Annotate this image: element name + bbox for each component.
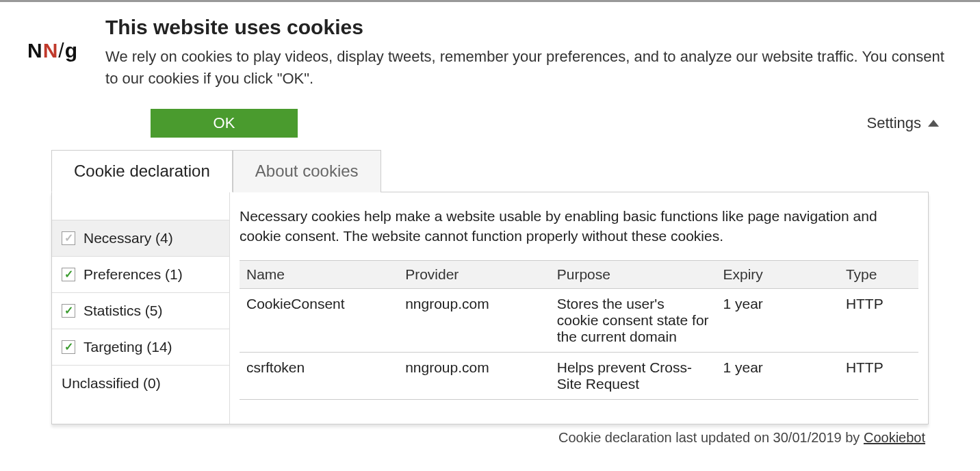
tabs: Cookie declaration About cookies bbox=[51, 150, 953, 192]
table-row: csrftoken nngroup.com Helps prevent Cros… bbox=[240, 352, 918, 399]
logo-slash: / bbox=[58, 39, 64, 62]
checkbox-icon[interactable]: ✓ bbox=[62, 340, 75, 354]
category-label: Targeting (14) bbox=[83, 339, 172, 355]
category-label: Preferences (1) bbox=[83, 266, 183, 283]
table-row: CookieConsent nngroup.com Stores the use… bbox=[240, 288, 918, 352]
category-unclassified[interactable]: Unclassified (0) bbox=[52, 366, 229, 401]
th-expiry: Expiry bbox=[716, 260, 838, 288]
header-text: This website uses cookies We rely on coo… bbox=[105, 16, 953, 90]
cell-expiry: 1 year bbox=[716, 352, 838, 399]
th-name: Name bbox=[240, 260, 398, 288]
logo-n1: N bbox=[27, 39, 43, 62]
tab-about-cookies[interactable]: About cookies bbox=[233, 150, 381, 192]
cell-purpose: Helps prevent Cross-Site Request bbox=[550, 352, 717, 399]
cell-provider: nngroup.com bbox=[398, 288, 550, 352]
banner-title: This website uses cookies bbox=[105, 16, 953, 39]
action-row: OK Settings bbox=[151, 109, 953, 138]
checkbox-icon[interactable]: ✓ bbox=[62, 304, 75, 318]
cell-expiry: 1 year bbox=[716, 288, 838, 352]
th-provider: Provider bbox=[398, 260, 550, 288]
chevron-up-icon bbox=[928, 120, 939, 127]
category-list: ✓ Necessary (4) ✓ Preferences (1) ✓ Stat… bbox=[52, 192, 230, 424]
category-targeting[interactable]: ✓ Targeting (14) bbox=[52, 329, 229, 366]
category-preferences[interactable]: ✓ Preferences (1) bbox=[52, 257, 229, 293]
cookie-banner: NN/g This website uses cookies We rely o… bbox=[0, 0, 980, 446]
header-row: NN/g This website uses cookies We rely o… bbox=[27, 16, 953, 90]
declaration-panel: ✓ Necessary (4) ✓ Preferences (1) ✓ Stat… bbox=[51, 192, 929, 424]
banner-description: We rely on cookies to play videos, displ… bbox=[105, 46, 953, 90]
cookie-table: Name Provider Purpose Expiry Type Cookie… bbox=[240, 260, 918, 400]
logo: NN/g bbox=[27, 39, 78, 62]
cell-name: csrftoken bbox=[240, 352, 398, 399]
checkbox-icon[interactable]: ✓ bbox=[62, 268, 75, 281]
cell-type: HTTP bbox=[839, 352, 918, 399]
logo-g: g bbox=[65, 39, 78, 62]
footer-text: Cookie declaration last updated on 30/01… bbox=[558, 430, 864, 445]
category-statistics[interactable]: ✓ Statistics (5) bbox=[52, 293, 229, 329]
cell-name: CookieConsent bbox=[240, 288, 398, 352]
cell-purpose: Stores the user's cookie consent state f… bbox=[550, 288, 717, 352]
category-content: Necessary cookies help make a website us… bbox=[230, 192, 928, 424]
category-label: Statistics (5) bbox=[83, 303, 163, 319]
logo-n2: N bbox=[43, 39, 59, 62]
cell-provider: nngroup.com bbox=[398, 352, 550, 399]
ok-button[interactable]: OK bbox=[151, 109, 298, 138]
settings-label: Settings bbox=[867, 114, 922, 132]
cookiebot-link[interactable]: Cookiebot bbox=[864, 430, 925, 445]
th-purpose: Purpose bbox=[550, 260, 717, 288]
tab-cookie-declaration[interactable]: Cookie declaration bbox=[51, 150, 233, 192]
category-description: Necessary cookies help make a website us… bbox=[240, 206, 918, 246]
settings-toggle[interactable]: Settings bbox=[867, 114, 940, 132]
checkbox-icon: ✓ bbox=[62, 231, 75, 245]
category-label: Necessary (4) bbox=[83, 230, 173, 246]
th-type: Type bbox=[839, 260, 918, 288]
category-label: Unclassified (0) bbox=[62, 375, 161, 392]
footer: Cookie declaration last updated on 30/01… bbox=[27, 430, 925, 446]
category-necessary[interactable]: ✓ Necessary (4) bbox=[52, 220, 229, 257]
cell-type: HTTP bbox=[839, 288, 918, 352]
table-header-row: Name Provider Purpose Expiry Type bbox=[240, 260, 918, 288]
